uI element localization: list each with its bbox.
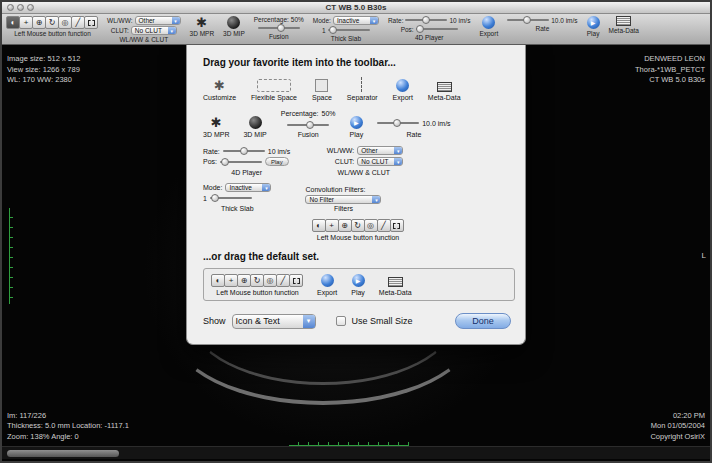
slider-knob[interactable]: [221, 158, 229, 166]
play-item[interactable]: Play: [350, 116, 364, 138]
show-popup[interactable]: Icon & Text: [232, 314, 316, 329]
export-item[interactable]: Export: [317, 274, 337, 296]
metadata-item[interactable]: Meta-Data: [379, 277, 412, 296]
length-tool-button[interactable]: ╱: [377, 219, 391, 232]
close-button[interactable]: [7, 4, 14, 11]
series-text: CT WB 5.0 B30s: [635, 75, 705, 86]
export-group[interactable]: Export: [479, 16, 498, 37]
separator-item[interactable]: Separator: [347, 77, 378, 101]
fusion-group: Percentage: 50% Fusion: [254, 16, 304, 40]
player4d-caption: 4D Player: [415, 34, 444, 41]
convolution-filters-popup[interactable]: No Filter: [305, 195, 381, 204]
pos-slider[interactable]: [220, 158, 262, 166]
fusion-value: 50%: [291, 16, 304, 23]
clut-popup[interactable]: No CLUT: [131, 26, 177, 35]
clut-popup[interactable]: No CLUT: [357, 157, 403, 166]
filters-item[interactable]: Convolution Filters: No Filter Filters: [305, 186, 381, 212]
wlww-popup[interactable]: Other: [135, 16, 181, 25]
export-icon: [321, 274, 334, 287]
play-caption: Play: [351, 289, 365, 296]
wlww-icon: ◎: [267, 276, 274, 285]
mip-group[interactable]: 3D MIP: [223, 16, 245, 37]
slider-knob[interactable]: [306, 121, 314, 129]
pan-tool-button[interactable]: +: [325, 219, 339, 232]
slab-value: 1: [203, 195, 207, 202]
length-tool-button[interactable]: ╱: [71, 16, 85, 29]
wlww-popup[interactable]: Other: [357, 146, 403, 155]
slider-knob[interactable]: [416, 25, 424, 33]
default-toolbar-set[interactable]: ◐ + ⊕ ↻ ◎ ╱ Left Mouse button function E…: [203, 268, 515, 301]
slider-knob[interactable]: [277, 24, 285, 32]
zoom-tool-button[interactable]: ⊕: [237, 274, 251, 287]
zoom-icon: ⊕: [36, 18, 43, 27]
zoom-tool-button[interactable]: ⊕: [338, 219, 352, 232]
contrast-tool-button[interactable]: ◐: [6, 16, 20, 29]
scrollbar-thumb[interactable]: [7, 450, 119, 457]
mode-popup-value: Inactive: [229, 184, 251, 191]
fusion-slider[interactable]: [258, 24, 300, 32]
roi-tool-button[interactable]: [84, 16, 98, 29]
slider-knob[interactable]: [211, 194, 219, 202]
playback-rate-slider[interactable]: [507, 16, 549, 24]
play-group[interactable]: Play: [587, 16, 600, 37]
playback-rate-slider[interactable]: [377, 119, 419, 127]
window-title: CT WB 5.0 B30s: [326, 3, 387, 12]
fusion-item[interactable]: Percentage: 50% Fusion: [281, 110, 336, 138]
mode-popup[interactable]: Inactive: [333, 16, 379, 25]
slab-slider[interactable]: [328, 26, 370, 34]
metadata-item[interactable]: Meta-Data: [428, 82, 461, 101]
zoom-button[interactable]: [27, 4, 34, 11]
slab-slider[interactable]: [210, 194, 252, 202]
fusion-slider[interactable]: [287, 121, 329, 129]
customize-item[interactable]: Customize: [203, 79, 236, 101]
rate-slider[interactable]: [223, 147, 265, 155]
rate-slider[interactable]: [405, 16, 447, 24]
wlww-tool-button[interactable]: ◎: [364, 219, 378, 232]
mode-popup[interactable]: Inactive: [225, 183, 271, 192]
roi-tool-button[interactable]: [390, 219, 404, 232]
roi-tool-button[interactable]: [289, 274, 303, 287]
play-button[interactable]: Play: [265, 157, 289, 166]
zoom-icon: ⊕: [341, 221, 348, 230]
use-small-size-checkbox[interactable]: [336, 316, 346, 326]
pan-tool-button[interactable]: +: [19, 16, 33, 29]
flexible-space-item[interactable]: Flexible Space: [251, 79, 297, 101]
contrast-tool-button[interactable]: ◐: [312, 219, 326, 232]
contrast-tool-button[interactable]: ◐: [211, 274, 225, 287]
minimize-button[interactable]: [17, 4, 24, 11]
clut-popup-value: No CLUT: [361, 158, 388, 165]
pan-tool-button[interactable]: +: [224, 274, 238, 287]
mpr-item[interactable]: 3D MPR: [203, 116, 229, 138]
length-tool-button[interactable]: ╱: [276, 274, 290, 287]
space-item[interactable]: Space: [312, 79, 332, 101]
wlww-clut-item[interactable]: WL/WW: Other CLUT: No CLUT WL/WW &: [324, 146, 403, 176]
zoom-tool-button[interactable]: ⊕: [32, 16, 46, 29]
export-item[interactable]: Export: [393, 79, 413, 101]
slider-knob[interactable]: [329, 26, 337, 34]
mpr-group[interactable]: 3D MPR: [190, 16, 215, 37]
rotate-tool-button[interactable]: ↻: [45, 16, 59, 29]
mouse-tools-item[interactable]: ◐ + ⊕ ↻ ◎ ╱ Left Mouse button function: [212, 274, 303, 296]
slider-knob[interactable]: [422, 16, 430, 24]
space-icon: [315, 79, 328, 92]
slider-knob[interactable]: [523, 16, 531, 24]
metadata-group[interactable]: Meta-Data: [609, 16, 639, 34]
image-viewer[interactable]: Image size: 512 x 512 View size: 1266 x …: [2, 45, 710, 459]
player4d-item[interactable]: Rate: 10 im/s Pos: Play 4D Player: [203, 147, 290, 176]
wlww-tool-button[interactable]: ◎: [58, 16, 72, 29]
rotate-tool-button[interactable]: ↻: [250, 274, 264, 287]
pan-icon: +: [329, 221, 334, 230]
slider-knob[interactable]: [393, 119, 401, 127]
rotate-tool-button[interactable]: ↻: [351, 219, 365, 232]
mouse-tools-item[interactable]: ◐ + ⊕ ↻ ◎ ╱ Left Mouse button function: [205, 219, 511, 241]
fusion-label: Percentage:: [281, 110, 319, 117]
mip-item[interactable]: 3D MIP: [243, 116, 266, 138]
pos-slider[interactable]: [416, 25, 458, 33]
sheet-heading: Drag your favorite item into the toolbar…: [203, 57, 511, 68]
thick-slab-item[interactable]: Mode: Inactive 1 Thick Slab: [203, 183, 271, 212]
rate-item[interactable]: 10.0 im/s Rate: [377, 119, 450, 138]
play-item[interactable]: Play: [351, 274, 365, 296]
slider-knob[interactable]: [240, 147, 248, 155]
done-button[interactable]: Done: [455, 313, 511, 329]
wlww-tool-button[interactable]: ◎: [263, 274, 277, 287]
